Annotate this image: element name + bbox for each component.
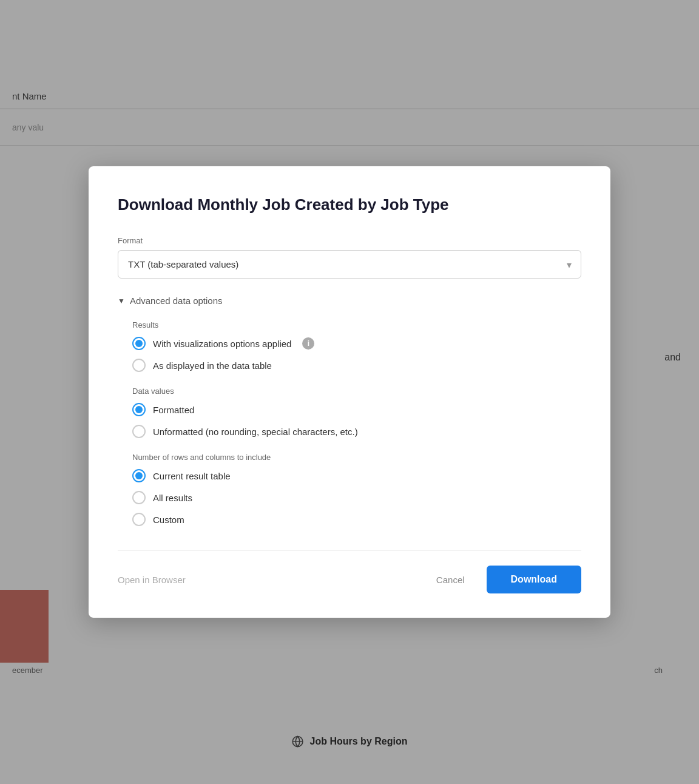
open-in-browser-button[interactable]: Open in Browser — [118, 575, 186, 585]
rows-columns-option-current[interactable]: Current result table — [132, 469, 581, 482]
info-icon-with-viz[interactable]: i — [302, 337, 314, 350]
rows-columns-option-custom[interactable]: Custom — [132, 513, 581, 526]
rows-columns-label-all: All results — [153, 493, 192, 503]
rows-columns-option-all[interactable]: All results — [132, 491, 581, 504]
download-button[interactable]: Download — [487, 566, 581, 593]
advanced-toggle[interactable]: ▼ Advanced data options — [118, 296, 581, 306]
rows-columns-radio-all — [132, 491, 146, 504]
results-radio-as-displayed — [132, 359, 146, 372]
rows-columns-radio-group: Current result table All results Custom — [132, 469, 581, 526]
results-label-with-viz: With visualizations options applied — [153, 339, 291, 349]
data-values-radio-formatted — [132, 403, 146, 416]
results-radio-group: With visualizations options applied i As… — [132, 337, 581, 372]
footer-right: Cancel Download — [427, 566, 581, 593]
rows-columns-label-custom: Custom — [153, 515, 184, 525]
modal-title: Download Monthly Job Created by Job Type — [118, 195, 581, 214]
data-values-section-label: Data values — [132, 387, 581, 396]
cancel-button[interactable]: Cancel — [427, 570, 474, 590]
data-values-option-formatted[interactable]: Formatted — [132, 403, 581, 416]
advanced-toggle-arrow: ▼ — [118, 297, 125, 305]
data-values-radio-group: Formatted Unformatted (no rounding, spec… — [132, 403, 581, 438]
data-values-label-formatted: Formatted — [153, 405, 194, 415]
data-values-label-unformatted: Unformatted (no rounding, special charac… — [153, 427, 358, 437]
download-modal: Download Monthly Job Created by Job Type… — [89, 166, 610, 618]
data-values-option-unformatted[interactable]: Unformatted (no rounding, special charac… — [132, 425, 581, 438]
data-values-section: Data values Formatted Unformatted (no ro… — [132, 387, 581, 438]
rows-columns-radio-custom — [132, 513, 146, 526]
rows-columns-label-current: Current result table — [153, 471, 231, 481]
rows-columns-radio-current — [132, 469, 146, 482]
modal-footer: Open in Browser Cancel Download — [118, 550, 581, 593]
results-option-with-viz[interactable]: With visualizations options applied i — [132, 337, 581, 350]
advanced-toggle-label: Advanced data options — [130, 296, 223, 306]
format-select-wrapper: TXT (tab-separated values) CSV (comma-se… — [118, 250, 581, 279]
data-values-radio-unformatted — [132, 425, 146, 438]
rows-columns-section-label: Number of rows and columns to include — [132, 453, 581, 462]
results-label-as-displayed: As displayed in the data table — [153, 360, 272, 371]
results-section-label: Results — [132, 320, 581, 329]
results-radio-with-viz — [132, 337, 146, 350]
format-select[interactable]: TXT (tab-separated values) CSV (comma-se… — [118, 250, 581, 279]
results-option-as-displayed[interactable]: As displayed in the data table — [132, 359, 581, 372]
results-section: Results With visualizations options appl… — [132, 320, 581, 372]
rows-columns-section: Number of rows and columns to include Cu… — [132, 453, 581, 526]
format-label: Format — [118, 236, 581, 245]
